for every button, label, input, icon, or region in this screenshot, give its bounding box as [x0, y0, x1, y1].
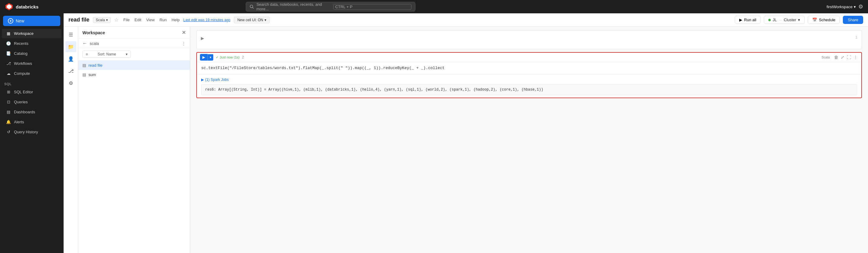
- logo[interactable]: databricks: [5, 2, 38, 11]
- cell-2-run-dropdown[interactable]: ▾: [208, 54, 213, 61]
- schedule-button[interactable]: 📅 Schedule: [808, 16, 840, 24]
- panel-icon-menu[interactable]: ☰: [65, 29, 76, 40]
- notebook-icon: ▤: [83, 72, 86, 77]
- panel-icon-git[interactable]: ⎇: [65, 65, 76, 76]
- cluster-selector[interactable]: JL ··· Cluster ▾: [764, 16, 805, 24]
- sidebar-item-queries[interactable]: ⊡ Queries: [2, 97, 62, 107]
- menu-run[interactable]: Run: [159, 18, 167, 22]
- menu-edit[interactable]: Edit: [134, 18, 141, 22]
- sidebar-item-recents[interactable]: 🕐 Recents: [2, 39, 62, 48]
- cell-delete-icon[interactable]: 🗑: [833, 54, 839, 60]
- new-cell-ui-toggle[interactable]: New cell UI: ON ▾: [234, 17, 269, 23]
- sort-label: Sort: Name: [98, 52, 116, 56]
- cell-1-run-icon[interactable]: ▶: [201, 36, 204, 41]
- cell-1-content-area[interactable]: ▶ 1: [197, 31, 862, 49]
- sidebar-label-sql-editor: SQL Editor: [14, 90, 33, 94]
- sidebar-label-compute: Compute: [14, 71, 30, 76]
- cell-1: ▶ 1: [196, 30, 862, 49]
- panel-icon-settings[interactable]: ⚙: [65, 77, 76, 89]
- compute-icon: ☁: [6, 71, 11, 76]
- code-text: sc.textFile("/FileStore/tables/words.txt…: [201, 66, 445, 70]
- cell-2-number: 2: [242, 55, 244, 59]
- run-all-label: Run all: [744, 18, 756, 22]
- sidebar-item-sql-editor[interactable]: ⊞ SQL Editor: [2, 87, 62, 97]
- main-layout: + New ▦ Workspace 🕐 Recents 📑 Catalog ⎇ …: [0, 13, 868, 253]
- workflows-icon: ⎇: [6, 61, 11, 66]
- menu-file[interactable]: File: [123, 18, 130, 22]
- sidebar-label-queries: Queries: [14, 100, 28, 104]
- spark-jobs-text: (1) Spark Jobs: [205, 77, 229, 82]
- sort-icon: ≡: [86, 52, 88, 56]
- output-text: res6: Array[(String, Int)] = Array((hive…: [205, 88, 543, 92]
- notebook-body: ☰ 📁 👤 ⎇ ⚙ Workspace ✕ ← scala ⋮: [64, 27, 868, 253]
- last-edit-label[interactable]: Last edit was 19 minutes ago: [183, 18, 230, 22]
- back-button[interactable]: ←: [83, 41, 87, 46]
- cell-2-actions: 🗑 ⤢ ⛶ ⋮: [833, 54, 858, 60]
- content-area: read file Scala ▾ ☆ File Edit View Run H…: [64, 13, 868, 253]
- close-panel-button[interactable]: ✕: [182, 30, 186, 35]
- cell-expand-icon[interactable]: ⤢: [840, 54, 845, 60]
- file-panel-nav: ← scala ⋮: [78, 39, 190, 48]
- menu-view[interactable]: View: [146, 18, 155, 22]
- cell-2-code[interactable]: sc.textFile("/FileStore/tables/words.txt…: [197, 62, 861, 74]
- new-button[interactable]: + New: [3, 16, 60, 26]
- file-panel-header: Workspace ✕: [78, 27, 190, 39]
- sidebar-item-compute[interactable]: ☁ Compute: [2, 69, 62, 78]
- file-list: ▤ read file ▤ sum: [78, 61, 190, 253]
- chevron-down-icon: ▾: [798, 18, 800, 22]
- sidebar-item-workflows[interactable]: ⎇ Workflows: [2, 59, 62, 68]
- cell-1-number: 1: [851, 35, 858, 39]
- cell-2-output: ▶ (1) Spark Jobs res6: Array[(String, In…: [197, 74, 861, 98]
- cells-area: ▶ 1 ▶ ▾ ✓: [190, 27, 868, 253]
- language-selector[interactable]: Scala ▾: [93, 17, 111, 23]
- cell-2-status: ✓ Just now (1s): [216, 56, 239, 59]
- run-all-button[interactable]: ▶ Run all: [735, 16, 761, 24]
- more-options-icon[interactable]: ⋮: [182, 41, 186, 46]
- chevron-down-icon: ▾: [265, 18, 266, 22]
- notebook-title: read file: [68, 17, 89, 23]
- dashboards-icon: ▤: [6, 110, 11, 114]
- cell-more-icon[interactable]: ⋮: [853, 54, 858, 60]
- cell-fullscreen-icon[interactable]: ⛶: [846, 54, 851, 60]
- sidebar-item-workspace[interactable]: ▦ Workspace: [2, 29, 62, 38]
- cell-2-run-button[interactable]: ▶: [200, 54, 208, 61]
- cell-1-editor[interactable]: [208, 35, 848, 44]
- queries-icon: ⊡: [6, 100, 11, 104]
- panel-icon-folder[interactable]: 📁: [65, 41, 76, 52]
- spark-jobs-label[interactable]: ▶ (1) Spark Jobs: [201, 77, 857, 83]
- sidebar-item-dashboards[interactable]: ▤ Dashboards: [2, 107, 62, 117]
- databricks-logo-icon: [5, 2, 13, 11]
- settings-icon[interactable]: ⚙: [858, 3, 863, 10]
- cluster-name-label: JL: [773, 18, 777, 22]
- sidebar-item-catalog[interactable]: 📑 Catalog: [2, 49, 62, 58]
- cell-2-run-group[interactable]: ▶ ▾: [200, 54, 213, 61]
- alerts-icon: 🔔: [6, 120, 11, 124]
- file-item-read-file[interactable]: ▤ read file: [78, 61, 190, 70]
- file-name-sum: sum: [89, 72, 96, 77]
- share-button[interactable]: Share: [843, 16, 863, 24]
- sidebar-label-recents: Recents: [14, 41, 29, 46]
- cell-2-status-text: Just now (1s): [220, 56, 239, 59]
- search-bar[interactable]: Search data, notebooks, recents, and mor…: [246, 2, 415, 11]
- file-item-sum[interactable]: ▤ sum: [78, 70, 190, 80]
- search-icon: [250, 4, 254, 9]
- cell-2-toolbar: ▶ ▾ ✓ Just now (1s) 2 Scala 🗑 ⤢: [197, 53, 861, 62]
- workspace-selector[interactable]: firstWorkspace ▾: [827, 4, 856, 9]
- sql-editor-icon: ⊞: [6, 90, 11, 94]
- file-panel-title: Workspace: [83, 30, 105, 35]
- header-right: firstWorkspace ▾ ⚙: [827, 3, 863, 10]
- menu-help[interactable]: Help: [172, 18, 180, 22]
- cluster-label: Cluster: [784, 18, 796, 22]
- sort-bar: ≡ Sort: Name ▾: [78, 48, 190, 61]
- sort-selector[interactable]: ≡ Sort: Name ▾: [83, 51, 131, 58]
- calendar-icon: 📅: [812, 18, 817, 22]
- sidebar-label-workspace: Workspace: [14, 31, 34, 36]
- language-label: Scala: [96, 18, 105, 22]
- star-icon[interactable]: ☆: [114, 17, 119, 23]
- sidebar-label-query-history: Query History: [14, 130, 38, 134]
- sidebar-item-query-history[interactable]: ↺ Query History: [2, 127, 62, 137]
- output-result: res6: Array[(String, Int)] = Array((hive…: [201, 84, 857, 95]
- sidebar-item-alerts[interactable]: 🔔 Alerts: [2, 117, 62, 127]
- panel-icon-users[interactable]: 👤: [65, 53, 76, 64]
- plus-circle-icon: +: [8, 18, 13, 24]
